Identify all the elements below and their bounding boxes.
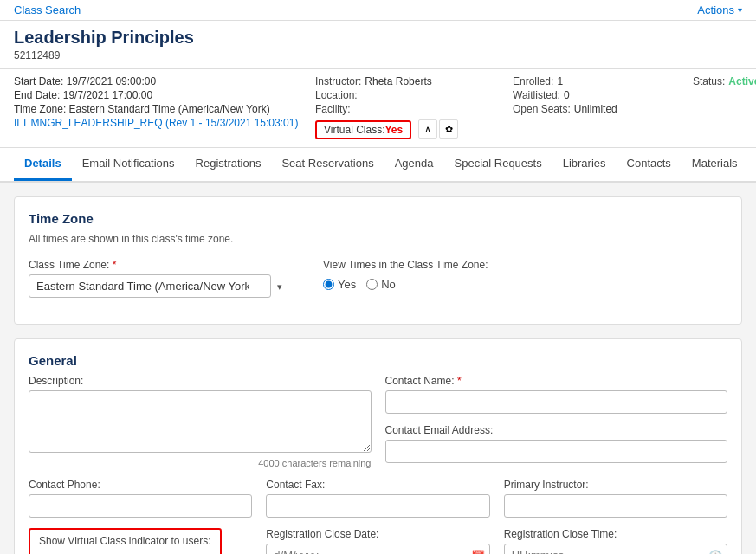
start-date: Start Date: 19/7/2021 09:00:00 bbox=[14, 75, 156, 87]
virtual-class-badge: Virtual Class: Yes bbox=[315, 120, 411, 139]
class-link[interactable]: ILT MNGR_LEADERSHIP_REQ (Rev 1 - 15/3/20… bbox=[14, 117, 298, 129]
description-group: Description: 4000 characters remaining bbox=[29, 375, 372, 468]
tab-registrations[interactable]: Registrations bbox=[185, 148, 272, 181]
timezone-section-subtitle: All times are shown in this class's time… bbox=[29, 233, 727, 245]
open-seats-value: Unlimited bbox=[574, 103, 617, 115]
primary-instructor-input[interactable]: Rheta Roberts bbox=[504, 494, 727, 518]
reg-close-time-field: 🕐 bbox=[504, 544, 727, 554]
general-bottom-row: Show Virtual Class indicator to users: Y… bbox=[29, 528, 727, 554]
calendar-icon[interactable]: 📅 bbox=[471, 549, 485, 554]
instructor-label: Instructor: bbox=[315, 75, 361, 87]
char-count: 4000 characters remaining bbox=[29, 458, 372, 468]
contact-right-group: Contact Name: * HR Administrator Contact… bbox=[385, 375, 728, 468]
tab-agenda[interactable]: Agenda bbox=[384, 148, 444, 181]
tab-details[interactable]: Details bbox=[14, 148, 72, 181]
contact-phone-label: Contact Phone: bbox=[29, 479, 252, 491]
timezone-value: Time Zone: Eastern Standard Time (Americ… bbox=[14, 103, 270, 115]
contact-fax-input[interactable] bbox=[266, 494, 489, 518]
reg-close-time-label: Registration Close Time: bbox=[504, 528, 727, 540]
view-times-label: View Times in the Class Time Zone: bbox=[323, 259, 488, 271]
virtual-class-indicator-group: Show Virtual Class indicator to users: Y… bbox=[29, 528, 252, 554]
view-times-yes-radio[interactable] bbox=[323, 279, 334, 290]
open-seats-label: Open Seats: bbox=[513, 103, 571, 115]
meta-section: Start Date: 19/7/2021 09:00:00 End Date:… bbox=[0, 69, 756, 148]
tab-seat-reservations[interactable]: Seat Reservations bbox=[271, 148, 384, 181]
contact-fax-group: Contact Fax: bbox=[266, 479, 489, 518]
virtual-class-value: Yes bbox=[384, 124, 403, 136]
contact-name-label: Contact Name: * bbox=[385, 375, 728, 387]
enrolled-label: Enrolled: bbox=[513, 75, 553, 87]
general-top-row: Description: 4000 characters remaining C… bbox=[29, 375, 727, 468]
timezone-section: Time Zone All times are shown in this cl… bbox=[14, 196, 742, 325]
instructor-value: Rheta Roberts bbox=[365, 75, 431, 87]
reg-close-date-group: Registration Close Date: 📅 bbox=[266, 528, 489, 554]
view-times-no-radio[interactable] bbox=[366, 279, 378, 290]
contact-email-input[interactable] bbox=[385, 440, 728, 463]
view-times-radio-group: Yes No bbox=[323, 278, 488, 291]
page-header: Leadership Principles 52112489 bbox=[0, 21, 756, 69]
contact-name-group: Contact Name: * HR Administrator bbox=[385, 375, 728, 414]
main-content: Time Zone All times are shown in this cl… bbox=[0, 183, 756, 554]
general-section-title: General bbox=[29, 353, 727, 368]
contact-email-group: Contact Email Address: bbox=[385, 424, 728, 463]
reg-close-time-input[interactable] bbox=[504, 544, 727, 554]
collapse-button[interactable]: ∧ bbox=[418, 119, 437, 138]
page-subtitle: 52112489 bbox=[14, 49, 742, 61]
reg-close-date-input[interactable] bbox=[266, 544, 489, 554]
primary-instructor-group: Primary Instructor: Rheta Roberts bbox=[504, 479, 727, 518]
tab-materials[interactable]: Materials bbox=[682, 148, 748, 181]
inline-toolbar: ∧ ✿ bbox=[418, 119, 458, 139]
pin-button[interactable]: ✿ bbox=[439, 119, 458, 138]
description-label: Description: bbox=[29, 375, 372, 387]
top-bar: Class Search Actions ▾ bbox=[0, 0, 756, 21]
facility-label: Facility: bbox=[315, 103, 351, 115]
tab-email-notifications[interactable]: Email Notifications bbox=[72, 148, 185, 181]
tab-libraries[interactable]: Libraries bbox=[552, 148, 617, 181]
waitlisted-value: 0 bbox=[564, 89, 570, 101]
contact-email-label: Contact Email Address: bbox=[385, 424, 728, 436]
tabs-bar: Details Email Notifications Registration… bbox=[0, 148, 756, 183]
actions-button[interactable]: Actions ▾ bbox=[697, 3, 742, 16]
timezone-section-title: Time Zone bbox=[29, 211, 727, 226]
general-mid-row: Contact Phone: Contact Fax: Primary Inst… bbox=[29, 479, 727, 518]
timezone-form-row: Class Time Zone: * Eastern Standard Time… bbox=[29, 259, 727, 298]
contact-phone-group: Contact Phone: bbox=[29, 479, 252, 518]
class-timezone-select[interactable]: Eastern Standard Time (America/New York) bbox=[29, 274, 271, 298]
class-search-link[interactable]: Class Search bbox=[14, 3, 81, 16]
status-value: Active bbox=[728, 75, 756, 87]
tab-contacts[interactable]: Contacts bbox=[617, 148, 682, 181]
virtual-class-indicator-box: Show Virtual Class indicator to users: Y… bbox=[29, 528, 222, 554]
enrolled-value: 1 bbox=[557, 75, 563, 87]
page-title: Leadership Principles bbox=[14, 28, 742, 48]
end-date: End Date: 19/7/2021 17:00:00 bbox=[14, 89, 152, 101]
class-timezone-select-wrap: Eastern Standard Time (America/New York) bbox=[29, 274, 288, 298]
class-timezone-label: Class Time Zone: * bbox=[29, 259, 288, 271]
show-virtual-label: Show Virtual Class indicator to users: bbox=[39, 535, 211, 547]
contact-fax-label: Contact Fax: bbox=[266, 479, 489, 491]
reg-close-date-label: Registration Close Date: bbox=[266, 528, 489, 540]
primary-instructor-label: Primary Instructor: bbox=[504, 479, 727, 491]
view-times-yes-option[interactable]: Yes bbox=[323, 278, 356, 291]
contact-name-input[interactable]: HR Administrator bbox=[385, 390, 728, 414]
reg-close-date-field: 📅 bbox=[266, 544, 489, 554]
tab-document-links[interactable]: Document Links bbox=[748, 148, 756, 181]
reg-close-time-group: Registration Close Time: 🕐 bbox=[504, 528, 727, 554]
description-textarea[interactable] bbox=[29, 390, 372, 453]
status-label: Status: bbox=[693, 75, 725, 87]
waitlisted-label: Waitlisted: bbox=[513, 89, 560, 101]
contact-phone-input[interactable] bbox=[29, 494, 252, 518]
chevron-down-icon: ▾ bbox=[738, 5, 742, 15]
view-times-no-option[interactable]: No bbox=[366, 278, 396, 291]
clock-icon[interactable]: 🕐 bbox=[708, 549, 722, 554]
location-label: Location: bbox=[315, 89, 358, 101]
view-times-group: View Times in the Class Time Zone: Yes N… bbox=[323, 259, 488, 291]
class-timezone-group: Class Time Zone: * Eastern Standard Time… bbox=[29, 259, 288, 298]
tab-special-requests[interactable]: Special Requests bbox=[444, 148, 552, 181]
general-section: General Description: 4000 characters rem… bbox=[14, 338, 742, 554]
virtual-class-label: Virtual Class: bbox=[324, 124, 384, 136]
